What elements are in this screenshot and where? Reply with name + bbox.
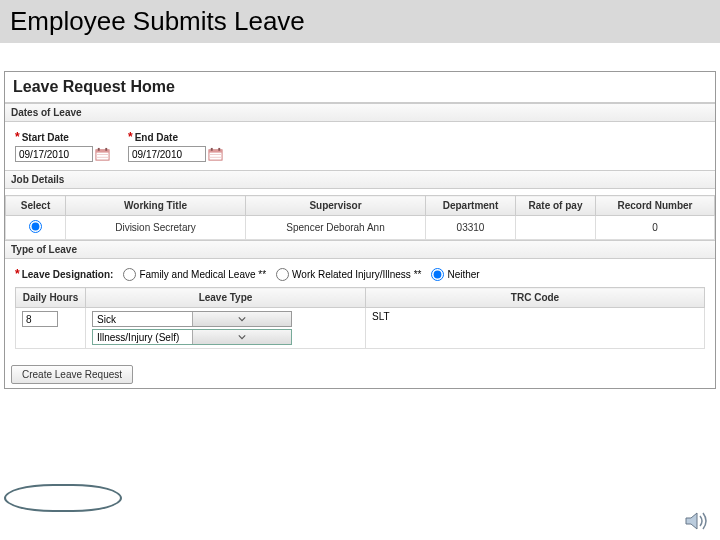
col-leave-type: Leave Type [86, 288, 366, 308]
required-icon: * [15, 130, 20, 144]
cell-trc: SLT [366, 308, 705, 349]
leave-subtype-value: Illness/Injury (Self) [93, 332, 192, 343]
col-department: Department [426, 196, 516, 216]
end-date-label: End Date [135, 132, 178, 143]
col-daily-hours: Daily Hours [16, 288, 86, 308]
start-date-field: *Start Date [15, 130, 110, 162]
cell-working-title: Division Secretary [66, 216, 246, 240]
table-row: Division Secretary Spencer Deborah Ann 0… [6, 216, 715, 240]
radio-work[interactable]: Work Related Injury/Illness ** [276, 268, 421, 281]
create-leave-request-button[interactable]: Create Leave Request [11, 365, 133, 384]
app-panel: Leave Request Home Dates of Leave *Start… [4, 71, 716, 389]
col-select: Select [6, 196, 66, 216]
svg-rect-3 [105, 147, 107, 150]
section-job-body: Select Working Title Supervisor Departme… [5, 189, 715, 240]
leave-type-select[interactable]: Sick [92, 311, 292, 327]
start-date-input[interactable] [15, 146, 93, 162]
section-job-header: Job Details [5, 170, 715, 189]
designation-label: Leave Designation: [22, 269, 114, 280]
job-details-table: Select Working Title Supervisor Departme… [5, 195, 715, 240]
required-icon: * [128, 130, 133, 144]
start-date-label: Start Date [22, 132, 69, 143]
col-working-title: Working Title [66, 196, 246, 216]
chevron-down-icon [192, 312, 292, 326]
annotation-circle [4, 484, 122, 512]
speaker-icon [684, 510, 710, 532]
cell-department: 03310 [426, 216, 516, 240]
col-trc: TRC Code [366, 288, 705, 308]
col-rate: Rate of pay [516, 196, 596, 216]
section-dates-body: *Start Date *End Date [5, 122, 715, 170]
col-supervisor: Supervisor [246, 196, 426, 216]
end-date-field: *End Date [128, 130, 223, 162]
section-dates-header: Dates of Leave [5, 103, 715, 122]
section-type-header: Type of Leave [5, 240, 715, 259]
daily-hours-input[interactable] [22, 311, 58, 327]
cell-rate [516, 216, 596, 240]
radio-family[interactable]: Family and Medical Leave ** [123, 268, 266, 281]
leave-type-value: Sick [93, 314, 192, 325]
section-type-body: *Leave Designation: Family and Medical L… [5, 259, 715, 357]
radio-neither[interactable]: Neither [431, 268, 479, 281]
job-select-radio[interactable] [29, 220, 42, 233]
required-icon: * [15, 267, 20, 281]
cell-supervisor: Spencer Deborah Ann [246, 216, 426, 240]
chevron-down-icon [192, 330, 292, 344]
slide-title-bar: Employee Submits Leave [0, 0, 720, 43]
cell-record: 0 [596, 216, 715, 240]
page-title: Leave Request Home [5, 72, 715, 102]
svg-rect-2 [98, 147, 100, 150]
calendar-icon[interactable] [208, 147, 223, 162]
end-date-input[interactable] [128, 146, 206, 162]
slide-title: Employee Submits Leave [10, 6, 710, 37]
col-record: Record Number [596, 196, 715, 216]
svg-rect-8 [211, 147, 213, 150]
table-row: Sick Illness/Injury (Self) SLT [16, 308, 705, 349]
calendar-icon[interactable] [95, 147, 110, 162]
svg-rect-9 [218, 147, 220, 150]
leave-subtype-select[interactable]: Illness/Injury (Self) [92, 329, 292, 345]
leave-type-table: Daily Hours Leave Type TRC Code Sick [15, 287, 705, 349]
